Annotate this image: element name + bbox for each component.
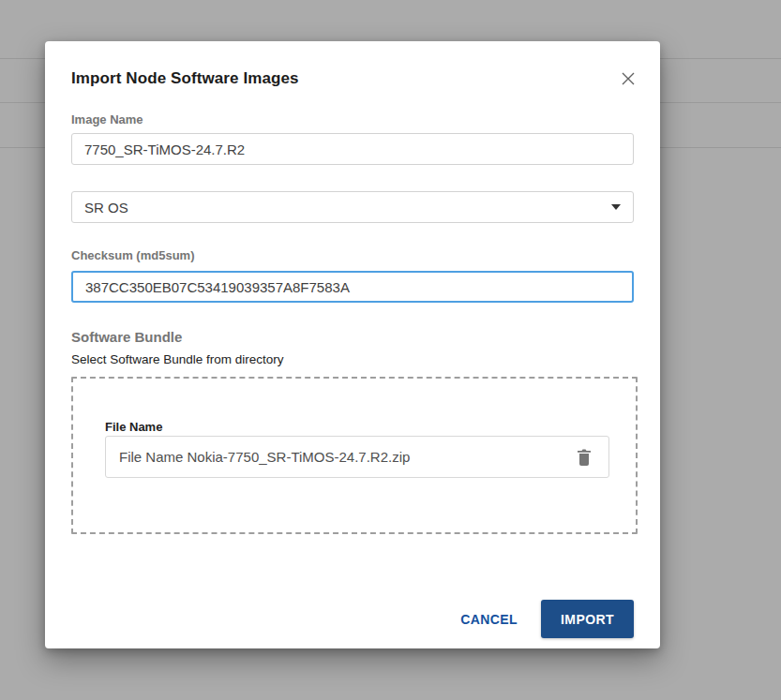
os-type-selected-value: SR OS <box>84 200 128 216</box>
trash-icon <box>577 448 592 466</box>
checksum-input[interactable] <box>71 271 634 303</box>
close-icon <box>622 72 635 85</box>
dialog-actions: CANCEL IMPORT <box>437 600 634 638</box>
chevron-down-icon <box>611 204 621 210</box>
software-bundle-dropzone[interactable]: File Name File Name Nokia-7750_SR-TiMOS-… <box>71 377 638 534</box>
file-name-label: File Name <box>105 420 162 434</box>
image-name-label: Image Name <box>71 112 143 127</box>
delete-file-button[interactable] <box>573 446 595 469</box>
software-bundle-hint: Select Software Bundle from directory <box>71 352 284 366</box>
dialog-title: Import Node Software Images <box>71 69 299 88</box>
cancel-button[interactable]: CANCEL <box>437 600 541 638</box>
import-button[interactable]: IMPORT <box>541 600 634 638</box>
os-type-select[interactable]: SR OS <box>71 191 634 223</box>
selected-file-name: File Name Nokia-7750_SR-TiMOS-24.7.R2.zi… <box>119 449 410 465</box>
import-node-software-images-dialog: Import Node Software Images Image Name S… <box>45 41 660 648</box>
selected-file-row: File Name Nokia-7750_SR-TiMOS-24.7.R2.zi… <box>105 436 609 478</box>
image-name-input[interactable] <box>71 133 634 165</box>
checksum-label: Checksum (md5sum) <box>71 248 194 262</box>
software-bundle-label: Software Bundle <box>71 329 182 345</box>
close-button[interactable] <box>615 66 641 92</box>
